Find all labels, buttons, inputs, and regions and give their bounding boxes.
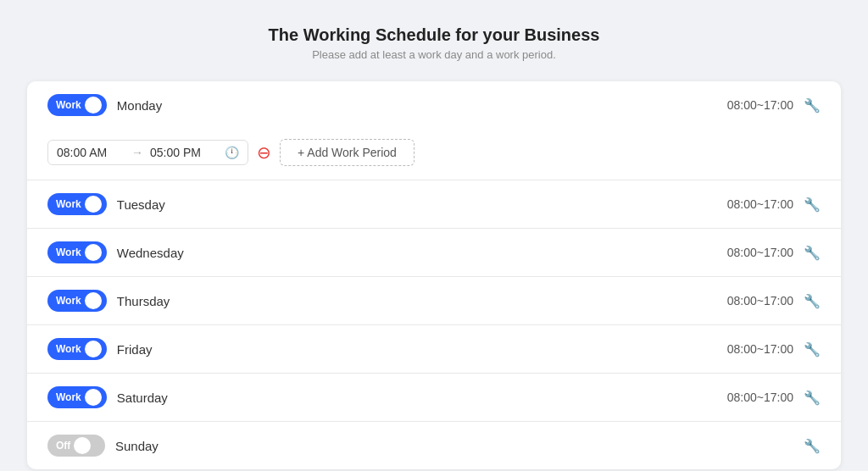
day-header-monday: WorkMonday08:00~17:00🔧 [47,81,821,129]
toggle-knob-saturday [85,389,102,406]
day-hours-saturday: 08:00~17:00 [727,391,793,404]
day-header-saturday: WorkSaturday08:00~17:00🔧 [47,374,821,421]
work-toggle-saturday[interactable]: Work [47,386,107,408]
work-toggle-wednesday[interactable]: Work [47,241,107,263]
day-hours-monday: 08:00~17:00 [727,98,793,112]
day-row-saturday: WorkSaturday08:00~17:00🔧 [27,374,841,422]
wrench-icon-sunday[interactable]: 🔧 [804,438,821,454]
clock-icon-monday-0: 🕛 [225,146,239,159]
day-hours-wednesday: 08:00~17:00 [727,246,793,259]
wrench-icon-thursday[interactable]: 🔧 [804,293,821,309]
day-row-tuesday: WorkTuesday08:00~17:00🔧 [27,180,841,229]
toggle-knob-sunday [74,437,91,454]
start-time-input-monday-0[interactable] [57,146,125,159]
start-time-group-monday-0: →🕛 [47,140,248,165]
work-toggle-friday[interactable]: Work [47,338,107,360]
work-toggle-monday[interactable]: Work [47,94,107,116]
toggle-label-tuesday: Work [56,198,81,210]
day-name-tuesday: Tuesday [117,197,727,212]
toggle-label-saturday: Work [56,391,81,403]
day-header-friday: WorkFriday08:00~17:00🔧 [47,325,821,373]
add-work-period-btn-monday[interactable]: + Add Work Period [280,139,415,166]
work-toggle-thursday[interactable]: Work [47,290,107,312]
day-name-sunday: Sunday [115,439,793,453]
remove-period-btn-monday-0[interactable]: ⊖ [257,144,271,161]
wrench-icon-wednesday[interactable]: 🔧 [804,245,821,261]
toggle-label-thursday: Work [56,295,81,307]
day-header-tuesday: WorkTuesday08:00~17:00🔧 [47,180,821,228]
day-name-saturday: Saturday [117,391,727,405]
day-name-wednesday: Wednesday [117,246,727,260]
day-row-monday: WorkMonday08:00~17:00🔧→🕛⊖+ Add Work Peri… [27,81,841,180]
work-toggle-tuesday[interactable]: Work [47,193,107,215]
page-header: The Working Schedule for your Business P… [269,25,600,61]
day-name-friday: Friday [117,342,727,357]
day-row-sunday: OffSunday🔧 [27,422,841,469]
page-title: The Working Schedule for your Business [269,25,600,45]
page-subtitle: Please add at least a work day and a wor… [269,48,600,61]
day-hours-thursday: 08:00~17:00 [727,294,793,308]
work-toggle-sunday[interactable]: Off [47,435,105,457]
schedule-card: WorkMonday08:00~17:00🔧→🕛⊖+ Add Work Peri… [27,81,841,469]
day-row-wednesday: WorkWednesday08:00~17:00🔧 [27,229,841,277]
wrench-icon-monday[interactable]: 🔧 [804,97,821,114]
toggle-label-friday: Work [56,343,81,355]
wrench-icon-friday[interactable]: 🔧 [804,341,821,357]
day-header-wednesday: WorkWednesday08:00~17:00🔧 [47,229,821,276]
day-row-friday: WorkFriday08:00~17:00🔧 [27,325,841,374]
arrow-icon-monday-0: → [131,146,143,159]
toggle-knob-thursday [85,292,102,309]
end-time-input-monday-0[interactable] [150,146,218,159]
wrench-icon-tuesday[interactable]: 🔧 [804,197,821,213]
toggle-label-monday: Work [56,99,81,111]
wrench-icon-saturday[interactable]: 🔧 [804,390,821,406]
toggle-label-wednesday: Work [56,247,81,258]
day-row-thursday: WorkThursday08:00~17:00🔧 [27,277,841,325]
toggle-label-sunday: Off [56,440,70,452]
time-period-row-monday: →🕛⊖+ Add Work Period [47,129,821,180]
day-header-thursday: WorkThursday08:00~17:00🔧 [47,277,821,324]
toggle-knob-tuesday [85,196,102,213]
toggle-knob-monday [85,97,102,114]
toggle-knob-friday [85,341,102,357]
toggle-knob-wednesday [85,244,102,261]
day-hours-tuesday: 08:00~17:00 [727,197,793,211]
day-name-thursday: Thursday [117,294,727,308]
day-header-sunday: OffSunday🔧 [47,422,821,469]
day-hours-friday: 08:00~17:00 [727,342,793,356]
day-name-monday: Monday [117,98,727,113]
